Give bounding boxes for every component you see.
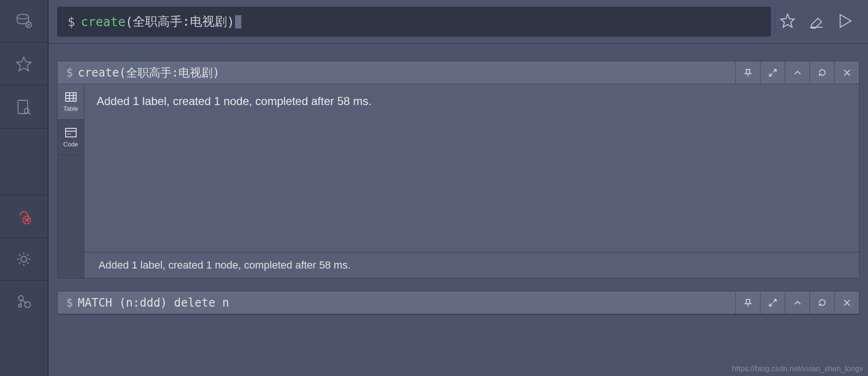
sidebar-settings-icon[interactable] xyxy=(0,238,48,280)
svg-point-8 xyxy=(19,304,21,307)
view-tab-code[interactable]: Code xyxy=(58,120,84,155)
sidebar-cloud-error-icon[interactable] xyxy=(0,195,48,238)
main-area: $ create(全职高手:电视剧) $ create(全职高手:电视剧) xyxy=(49,0,868,376)
sidebar-relations-icon[interactable] xyxy=(0,280,48,323)
collapse-button[interactable] xyxy=(785,291,809,314)
view-tab-label: Table xyxy=(63,105,78,112)
result-content: Added 1 label, created 1 node, completed… xyxy=(84,84,859,278)
result-panel-1: $ MATCH (n:ddd) delete n xyxy=(57,291,859,315)
result-header: $ MATCH (n:ddd) delete n xyxy=(58,291,859,314)
sidebar-document-search-icon[interactable] xyxy=(0,86,48,128)
rerun-button[interactable] xyxy=(809,291,834,314)
svg-point-5 xyxy=(21,256,27,262)
result-header-actions xyxy=(735,291,859,314)
clear-button[interactable] xyxy=(807,12,825,32)
result-header: $ create(全职高手:电视剧) xyxy=(58,61,859,84)
code-paren-open: ( xyxy=(126,15,133,29)
svg-rect-9 xyxy=(66,93,76,101)
editor-actions xyxy=(779,12,859,32)
favorite-button[interactable] xyxy=(779,12,797,32)
svg-point-0 xyxy=(17,14,29,19)
close-button[interactable] xyxy=(834,61,859,84)
result-message: Added 1 label, created 1 node, completed… xyxy=(84,84,859,252)
run-button[interactable] xyxy=(836,12,854,32)
result-body: Table Code Added 1 label, created 1 node… xyxy=(58,84,859,278)
pin-button[interactable] xyxy=(735,61,760,84)
code-keyword: create xyxy=(81,15,126,29)
code-args: 全职高手:电视剧 xyxy=(133,13,227,30)
code-paren-close: ) xyxy=(227,15,235,29)
left-sidebar xyxy=(0,0,49,376)
result-query-text: $ MATCH (n:ddd) delete n xyxy=(58,296,229,309)
query-editor-input[interactable]: $ create(全职高手:电视剧) xyxy=(57,7,771,37)
view-tab-table[interactable]: Table xyxy=(58,84,84,120)
pin-button[interactable] xyxy=(735,291,760,314)
result-footer: Added 1 label, created 1 node, completed… xyxy=(84,252,859,278)
rerun-button[interactable] xyxy=(809,61,834,84)
svg-point-3 xyxy=(24,108,29,113)
view-tab-label: Code xyxy=(63,141,78,148)
query-editor-row: $ create(全职高手:电视剧) xyxy=(49,0,868,44)
close-button[interactable] xyxy=(834,291,859,314)
expand-button[interactable] xyxy=(760,291,785,314)
collapse-button[interactable] xyxy=(785,61,809,84)
cursor-icon xyxy=(235,15,241,29)
view-tabs: Table Code xyxy=(58,84,84,278)
expand-button[interactable] xyxy=(760,61,785,84)
result-query-text: $ create(全职高手:电视剧) xyxy=(58,65,220,80)
sidebar-spacer xyxy=(0,128,48,195)
svg-rect-2 xyxy=(18,100,28,114)
editor-prompt: $ xyxy=(68,15,75,29)
result-header-actions xyxy=(735,61,859,84)
sidebar-star-icon[interactable] xyxy=(0,43,48,86)
svg-rect-10 xyxy=(66,128,76,137)
sidebar-database-icon[interactable] xyxy=(0,0,48,43)
result-panel-0: $ create(全职高手:电视剧) xyxy=(57,61,859,279)
